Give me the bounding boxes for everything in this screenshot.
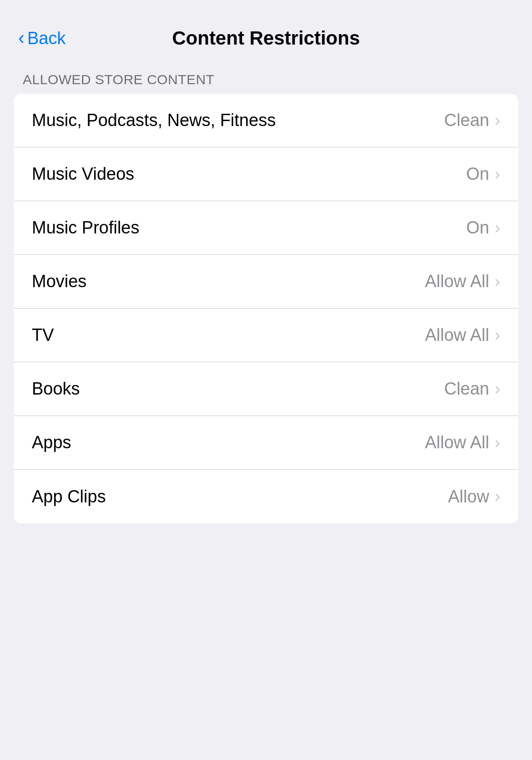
row-value-music-videos: On <box>466 164 489 184</box>
settings-row-apps[interactable]: Apps Allow All › <box>14 416 518 470</box>
chevron-right-icon-movies: › <box>495 272 500 291</box>
chevron-right-icon-music-podcasts: › <box>495 111 500 130</box>
row-label-books: Books <box>32 379 80 399</box>
row-value-books: Clean <box>444 379 489 399</box>
settings-row-music-videos[interactable]: Music Videos On › <box>14 147 518 201</box>
settings-row-tv[interactable]: TV Allow All › <box>14 309 518 362</box>
page-title: Content Restrictions <box>172 27 360 49</box>
back-chevron-icon: ‹ <box>18 28 25 47</box>
settings-group: Music, Podcasts, News, Fitness Clean › M… <box>14 94 518 523</box>
row-value-music-profiles: On <box>466 218 489 238</box>
row-label-tv: TV <box>32 325 54 345</box>
row-right-music-videos: On › <box>466 164 500 184</box>
settings-row-music-podcasts[interactable]: Music, Podcasts, News, Fitness Clean › <box>14 94 518 147</box>
row-right-music-podcasts: Clean › <box>444 111 500 130</box>
row-label-movies: Movies <box>32 272 86 291</box>
row-value-movies: Allow All <box>425 272 490 291</box>
back-button[interactable]: ‹ Back <box>18 29 65 48</box>
row-right-tv: Allow All › <box>425 325 501 345</box>
row-value-apps: Allow All <box>425 433 490 452</box>
chevron-right-icon-app-clips: › <box>495 487 500 506</box>
row-value-music-podcasts: Clean <box>444 111 489 130</box>
row-right-music-profiles: On › <box>466 218 500 238</box>
section-label: ALLOWED STORE CONTENT <box>0 58 532 94</box>
settings-row-movies[interactable]: Movies Allow All › <box>14 255 518 309</box>
row-right-app-clips: Allow › <box>448 487 500 507</box>
row-label-app-clips: App Clips <box>32 487 106 507</box>
chevron-right-icon-apps: › <box>495 433 500 452</box>
chevron-right-icon-books: › <box>495 380 500 399</box>
back-label: Back <box>27 29 65 48</box>
row-label-music-podcasts: Music, Podcasts, News, Fitness <box>32 111 276 130</box>
chevron-right-icon-music-profiles: › <box>495 218 500 238</box>
chevron-right-icon-music-videos: › <box>495 165 500 184</box>
chevron-right-icon-tv: › <box>495 326 500 345</box>
row-label-apps: Apps <box>32 433 71 452</box>
row-value-tv: Allow All <box>425 325 490 345</box>
row-right-books: Clean › <box>444 379 500 399</box>
row-label-music-profiles: Music Profiles <box>32 218 140 238</box>
row-value-app-clips: Allow <box>448 487 489 507</box>
settings-row-app-clips[interactable]: App Clips Allow › <box>14 470 518 523</box>
row-right-movies: Allow All › <box>425 272 501 291</box>
row-right-apps: Allow All › <box>425 433 501 452</box>
nav-bar: ‹ Back Content Restrictions <box>0 0 532 58</box>
settings-row-music-profiles[interactable]: Music Profiles On › <box>14 201 518 255</box>
settings-row-books[interactable]: Books Clean › <box>14 362 518 416</box>
row-label-music-videos: Music Videos <box>32 164 134 184</box>
